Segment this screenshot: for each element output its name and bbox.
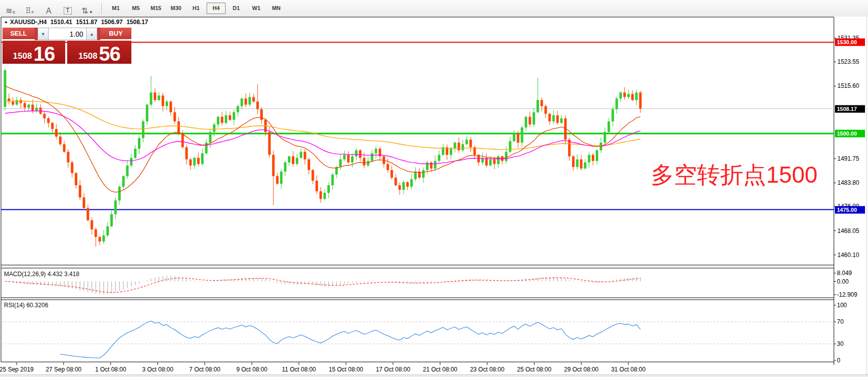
time-axis-label: 9 Oct 08:00 bbox=[236, 366, 267, 373]
rsi-scale-label: 70 bbox=[837, 318, 843, 325]
volume-decrease-button[interactable]: ▼ bbox=[38, 28, 49, 40]
rsi-label: RSI(14) 60.3206 bbox=[4, 302, 48, 309]
window-bottom-strip bbox=[0, 374, 868, 377]
rsi-scale-label: 30 bbox=[837, 340, 843, 347]
quote-row: 1508 16 1508 56 bbox=[3, 41, 131, 64]
price-tick-label: 1523.55 bbox=[837, 58, 859, 65]
one-click-trading-panel: SELL ▼ ▲ BUY 1508 16 1508 56 bbox=[3, 28, 131, 64]
time-axis-label: 1 Oct 08:00 bbox=[95, 366, 126, 373]
low-value: 1506.97 bbox=[101, 19, 122, 26]
price-level-chip: 1500.00 bbox=[835, 130, 865, 138]
time-axis-label: 31 Oct 08:00 bbox=[611, 366, 646, 373]
high-value: 1511.87 bbox=[76, 19, 97, 26]
price-level-chip: 1530.00 bbox=[835, 39, 865, 46]
trade-controls-row: SELL ▼ ▲ BUY bbox=[3, 28, 131, 40]
time-axis-label: 29 Oct 08:00 bbox=[564, 366, 599, 373]
time-axis-label: 3 Oct 08:00 bbox=[142, 366, 173, 373]
volume-increase-button[interactable]: ▲ bbox=[86, 28, 97, 40]
macd-scale-label: -12.909 bbox=[837, 291, 857, 298]
time-axis-label: 15 Oct 08:00 bbox=[329, 366, 364, 373]
ask-main-digits: 1508 bbox=[78, 49, 97, 64]
price-tick-label: 1468.05 bbox=[837, 227, 859, 234]
price-tick-label: 1483.80 bbox=[837, 179, 859, 186]
time-axis-label: 21 Oct 08:00 bbox=[423, 366, 457, 373]
time-axis-label: 7 Oct 08:00 bbox=[189, 366, 220, 373]
window-right-edge bbox=[866, 17, 867, 377]
rsi-scale-label: 0 bbox=[837, 357, 840, 364]
macd-label: MACD(12,26,9) 4.432 3.418 bbox=[4, 271, 79, 278]
chart-ohlc-header: ▲XAUUSD-,H4 1510.41 1511.87 1506.97 1508… bbox=[4, 19, 150, 26]
price-tick-label: 1460.10 bbox=[837, 252, 859, 259]
time-axis-label: 25 Sep 2019 bbox=[0, 366, 34, 373]
time-axis-label: 27 Sep 08:00 bbox=[46, 366, 81, 373]
macd-scale-label: 8.049 bbox=[837, 270, 852, 277]
ask-price-panel[interactable]: 1508 56 bbox=[67, 41, 131, 64]
bid-price-panel[interactable]: 1508 16 bbox=[3, 41, 65, 64]
trading-terminal-window: ≋E⠿FAT⇅▾ M1M5M15M30H1H4D1W1MN ▲XAUUSD-,H… bbox=[0, 0, 868, 377]
sell-button[interactable]: SELL bbox=[3, 28, 35, 40]
buy-button[interactable]: BUY bbox=[100, 28, 131, 40]
price-level-chip: 1475.00 bbox=[835, 206, 865, 213]
macd-values: 4.432 3.418 bbox=[48, 271, 79, 278]
open-value: 1510.41 bbox=[51, 19, 72, 26]
collapse-triangle-icon[interactable]: ▲ bbox=[4, 20, 8, 24]
chevron-down-icon: ▼ bbox=[41, 32, 46, 37]
rsi-value: 60.3206 bbox=[27, 302, 48, 309]
time-axis-label: 23 Oct 08:00 bbox=[470, 366, 504, 373]
time-axis-label: 11 Oct 08:00 bbox=[282, 366, 316, 373]
bid-pip-digits: 16 bbox=[34, 44, 55, 64]
time-axis-label: 25 Oct 08:00 bbox=[517, 366, 552, 373]
rsi-scale-label: 100 bbox=[837, 302, 847, 309]
volume-stepper: ▼ ▲ bbox=[38, 28, 97, 40]
time-axis-label: 17 Oct 08:00 bbox=[376, 366, 410, 373]
price-tick-label: 1491.75 bbox=[837, 155, 859, 162]
chevron-up-icon: ▲ bbox=[90, 32, 94, 37]
price-tick-label: 1515.60 bbox=[837, 82, 859, 89]
macd-scale-label: 0.00 bbox=[837, 278, 848, 285]
symbol-label: XAUUSD-,H4 bbox=[10, 19, 47, 26]
bid-main-digits: 1508 bbox=[13, 49, 32, 64]
chart-annotation-text: 多空转折点1500 bbox=[651, 160, 817, 191]
current-price-chip: 1508.17 bbox=[835, 105, 865, 112]
ask-pip-digits: 56 bbox=[99, 44, 120, 64]
close-value: 1508.17 bbox=[126, 19, 148, 26]
volume-input[interactable] bbox=[49, 28, 86, 40]
